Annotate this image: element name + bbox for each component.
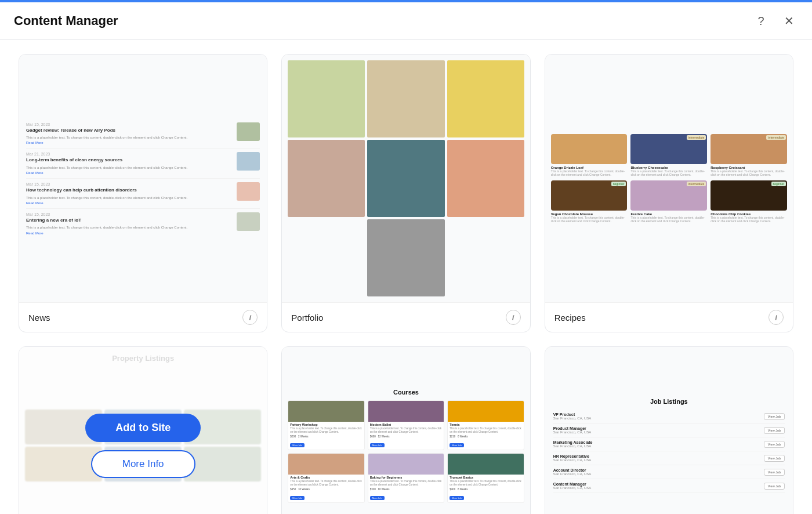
course-item: Arts & Crafts This is a placeholder text… xyxy=(288,453,364,503)
recipes-preview-area: Orange Drizzle Loaf This is a placeholde… xyxy=(545,55,793,302)
job-row: Marketing Associate San Francisco, CA, U… xyxy=(553,437,785,451)
course-more-info-button[interactable]: More Info xyxy=(290,443,304,447)
courses-card: Courses Pottery Workshop This is a place… xyxy=(281,346,530,514)
course-more-info-button[interactable]: More Info xyxy=(449,496,464,500)
job-row: HR Representative San Francisco, CA, USA… xyxy=(553,451,785,465)
view-job-button[interactable]: View Job xyxy=(764,455,785,462)
jobs-preview-title: Job Listings xyxy=(553,398,785,405)
job-listings-card: Job Listings VP Product San Francisco, C… xyxy=(545,346,793,514)
app-title: Content Manager xyxy=(14,13,118,28)
course-more-info-button[interactable]: More Info xyxy=(370,496,385,500)
content-area: Mar 15, 2023 Gadget review: release of n… xyxy=(0,40,812,514)
news-info-button[interactable]: i xyxy=(242,310,258,325)
jobs-preview-area: Job Listings VP Product San Francisco, C… xyxy=(545,347,793,514)
news-card: Mar 15, 2023 Gadget review: release of n… xyxy=(19,54,267,332)
portfolio-card: Portfolio i xyxy=(281,54,530,332)
course-more-info-button[interactable]: More Info xyxy=(449,443,464,447)
view-job-button[interactable]: View Job xyxy=(764,441,785,448)
news-row: Mar 21, 2023 Long-term benefits of clean… xyxy=(26,149,260,179)
news-row: Mar 15, 2023 Entering a new era of IoT T… xyxy=(26,209,260,238)
recipe-item: beginner Chocolate Chip Cookies This is … xyxy=(710,180,787,223)
portfolio-label: Portfolio xyxy=(291,313,323,323)
help-button[interactable]: ? xyxy=(752,12,770,30)
view-job-button[interactable]: View Job xyxy=(764,469,785,476)
recipe-item: Orange Drizzle Loaf This is a placeholde… xyxy=(551,134,628,177)
recipe-item: intermediate Raspberry Croissant This is… xyxy=(710,134,787,177)
property-listings-card: Property Listings Add to Site More Info … xyxy=(19,346,267,514)
job-row: Content Manager San Francisco, CA, USA V… xyxy=(553,479,785,493)
app-window: Content Manager ? ✕ Mar 15, 2023 Gadget … xyxy=(0,0,812,514)
cards-grid: Mar 15, 2023 Gadget review: release of n… xyxy=(19,54,793,514)
recipe-item: intermediate Blueberry Cheesecake This i… xyxy=(630,134,707,177)
more-info-button[interactable]: More Info xyxy=(91,450,195,478)
recipes-label: Recipes xyxy=(554,313,586,323)
job-row: VP Product San Francisco, CA, USA View J… xyxy=(553,410,785,423)
recipes-card-footer: Recipes i xyxy=(545,302,793,332)
portfolio-preview-area xyxy=(282,55,530,302)
news-row: Mar 15, 2023 Gadget review: release of n… xyxy=(26,119,260,149)
property-preview-area: Property Listings Add to Site More Info … xyxy=(19,347,267,514)
news-card-footer: News i xyxy=(19,302,267,332)
recipes-card: Orange Drizzle Loaf This is a placeholde… xyxy=(545,54,793,332)
news-preview-area: Mar 15, 2023 Gadget review: release of n… xyxy=(19,55,267,302)
recipe-item: beginner Vegan Chocolate Mousse This is … xyxy=(551,180,628,223)
course-item: Trumpet Basics This is a placeholder tex… xyxy=(447,453,524,503)
jobs-preview-content: Job Listings VP Product San Francisco, C… xyxy=(545,391,793,500)
property-card-overlay: Add to Site More Info xyxy=(19,347,267,514)
job-row: Product Manager San Francisco, CA, USA V… xyxy=(553,423,785,437)
header: Content Manager ? ✕ xyxy=(0,2,812,40)
view-job-button[interactable]: View Job xyxy=(764,483,785,490)
course-item: Modern Ballet This is a placeholder text… xyxy=(368,400,444,450)
news-label: News xyxy=(28,313,50,323)
recipes-grid: Orange Drizzle Loaf This is a placeholde… xyxy=(545,128,793,229)
job-row: Account Director San Francisco, CA, USA … xyxy=(553,465,785,479)
portfolio-grid xyxy=(282,55,530,302)
view-job-button[interactable]: View Job xyxy=(764,413,785,420)
portfolio-card-footer: Portfolio i xyxy=(282,302,530,332)
recipes-info-button[interactable]: i xyxy=(768,310,784,325)
header-actions: ? ✕ xyxy=(752,12,798,30)
course-item: Baking for Beginners This is a placehold… xyxy=(368,453,444,503)
course-item: Pottery Workshop This is a placeholder t… xyxy=(288,400,364,450)
courses-preview-area: Courses Pottery Workshop This is a place… xyxy=(282,347,530,514)
news-preview-content: Mar 15, 2023 Gadget review: release of n… xyxy=(19,112,267,245)
courses-grid: Pottery Workshop This is a placeholder t… xyxy=(288,400,524,502)
course-more-info-button[interactable]: More Info xyxy=(290,496,304,500)
courses-preview-content: Courses Pottery Workshop This is a place… xyxy=(282,383,530,508)
course-item: Tennis This is a placeholder text. To ch… xyxy=(447,400,524,450)
close-button[interactable]: ✕ xyxy=(780,12,798,30)
news-row: Mar 15, 2023 How technology can help cur… xyxy=(26,179,260,209)
add-to-site-button[interactable]: Add to Site xyxy=(85,414,201,442)
portfolio-info-button[interactable]: i xyxy=(506,310,521,325)
course-more-info-button[interactable]: More Info xyxy=(370,443,385,447)
view-job-button[interactable]: View Job xyxy=(764,427,785,434)
courses-preview-title: Courses xyxy=(288,389,524,396)
recipe-item: intermediate Festive Cake This is a plac… xyxy=(630,180,707,223)
